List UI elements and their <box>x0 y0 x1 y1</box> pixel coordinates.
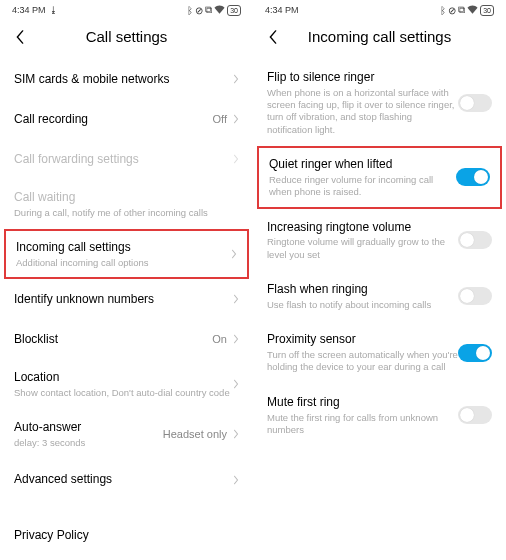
chevron-right-icon <box>233 379 239 389</box>
row-call-waiting: Call waiting During a call, notify me of… <box>0 179 253 229</box>
screen-incoming-call-settings: 4:34 PM ᛒ ⊘ ⧉ 30 Incoming call settings … <box>253 0 506 560</box>
row-subtitle: Reduce ringer volume for incoming call w… <box>269 174 456 199</box>
row-proximity-sensor[interactable]: Proximity sensor Turn off the screen aut… <box>253 321 506 383</box>
battery-icon: 30 <box>227 5 241 16</box>
row-title: Call forwarding settings <box>14 151 233 168</box>
dnd-icon: ⊘ <box>195 5 203 16</box>
row-sim-cards[interactable]: SIM cards & mobile networks <box>0 59 253 99</box>
settings-list: SIM cards & mobile networks Call recordi… <box>0 59 253 542</box>
row-subtitle: Additional incoming call options <box>16 257 231 269</box>
header: Incoming call settings <box>253 18 506 59</box>
row-title: Advanced settings <box>14 471 233 488</box>
row-subtitle: Use flash to notify about incoming calls <box>267 299 458 311</box>
row-value: On <box>212 333 227 345</box>
settings-list: Flip to silence ringer When phone is on … <box>253 59 506 446</box>
row-location[interactable]: Location Show contact location, Don't au… <box>0 359 253 409</box>
row-quiet-ringer[interactable]: Quiet ringer when lifted Reduce ringer v… <box>257 146 502 208</box>
row-advanced-settings[interactable]: Advanced settings <box>0 460 253 500</box>
toggle-quiet-ringer[interactable] <box>456 168 490 186</box>
row-title: Blocklist <box>14 331 212 348</box>
row-title: Proximity sensor <box>267 331 458 348</box>
row-title: Call waiting <box>14 189 239 206</box>
row-title: Increasing ringtone volume <box>267 219 458 236</box>
status-time: 4:34 PM <box>265 5 299 15</box>
row-subtitle: Ringtone volume will gradually grow to t… <box>267 236 458 261</box>
row-subtitle: During a call, notify me of other incomi… <box>14 207 239 219</box>
row-title: SIM cards & mobile networks <box>14 71 233 88</box>
page-title: Incoming call settings <box>265 28 494 45</box>
chevron-right-icon <box>231 249 237 259</box>
chevron-right-icon <box>233 429 239 439</box>
bluetooth-icon: ᛒ <box>187 5 193 16</box>
wifi-icon <box>214 5 225 16</box>
chevron-right-icon <box>233 294 239 304</box>
row-incoming-call-settings[interactable]: Incoming call settings Additional incomi… <box>4 229 249 279</box>
row-identify-unknown[interactable]: Identify unknown numbers <box>0 279 253 319</box>
download-icon: ⭳ <box>49 5 58 15</box>
dnd-icon: ⊘ <box>448 5 456 16</box>
row-subtitle: Show contact location, Don't auto-dial c… <box>14 387 233 399</box>
row-title: Call recording <box>14 111 213 128</box>
row-value: Off <box>213 113 227 125</box>
row-title: Flash when ringing <box>267 281 458 298</box>
row-auto-answer[interactable]: Auto-answer delay: 3 seconds Headset onl… <box>0 409 253 459</box>
screen-call-settings: 4:34 PM ⭳ ᛒ ⊘ ⧉ 30 Call settings SIM car… <box>0 0 253 560</box>
row-subtitle: When phone is on a horizontal surface wi… <box>267 87 458 136</box>
status-bar: 4:34 PM ⭳ ᛒ ⊘ ⧉ 30 <box>0 0 253 18</box>
row-value: Headset only <box>163 428 227 440</box>
row-subtitle: Mute the first ring for calls from unkno… <box>267 412 458 437</box>
vibrate-icon: ⧉ <box>458 4 465 16</box>
row-flip-to-silence[interactable]: Flip to silence ringer When phone is on … <box>253 59 506 146</box>
wifi-icon <box>467 5 478 16</box>
row-call-recording[interactable]: Call recording Off <box>0 99 253 139</box>
chevron-right-icon <box>233 74 239 84</box>
toggle-increasing[interactable] <box>458 231 492 249</box>
row-title: Auto-answer <box>14 419 163 436</box>
row-title: Identify unknown numbers <box>14 291 233 308</box>
row-title: Quiet ringer when lifted <box>269 156 456 173</box>
row-flash-when-ringing[interactable]: Flash when ringing Use flash to notify a… <box>253 271 506 321</box>
row-title: Flip to silence ringer <box>267 69 458 86</box>
bluetooth-icon: ᛒ <box>440 5 446 16</box>
row-title: Incoming call settings <box>16 239 231 256</box>
row-subtitle: delay: 3 seconds <box>14 437 163 449</box>
header: Call settings <box>0 18 253 59</box>
toggle-mute-first[interactable] <box>458 406 492 424</box>
toggle-flip[interactable] <box>458 94 492 112</box>
privacy-policy-link[interactable]: Privacy Policy <box>0 500 253 542</box>
battery-icon: 30 <box>480 5 494 16</box>
page-title: Call settings <box>12 28 241 45</box>
vibrate-icon: ⧉ <box>205 4 212 16</box>
row-mute-first-ring[interactable]: Mute first ring Mute the first ring for … <box>253 384 506 446</box>
toggle-flash[interactable] <box>458 287 492 305</box>
row-blocklist[interactable]: Blocklist On <box>0 319 253 359</box>
status-bar: 4:34 PM ᛒ ⊘ ⧉ 30 <box>253 0 506 18</box>
chevron-right-icon <box>233 334 239 344</box>
row-title: Mute first ring <box>267 394 458 411</box>
row-subtitle: Turn off the screen automatically when y… <box>267 349 458 374</box>
chevron-right-icon <box>233 475 239 485</box>
row-title: Location <box>14 369 233 386</box>
toggle-proximity[interactable] <box>458 344 492 362</box>
chevron-right-icon <box>233 114 239 124</box>
row-increasing-ringtone[interactable]: Increasing ringtone volume Ringtone volu… <box>253 209 506 271</box>
chevron-right-icon <box>233 154 239 164</box>
status-time: 4:34 PM <box>12 5 46 15</box>
row-call-forwarding: Call forwarding settings <box>0 139 253 179</box>
